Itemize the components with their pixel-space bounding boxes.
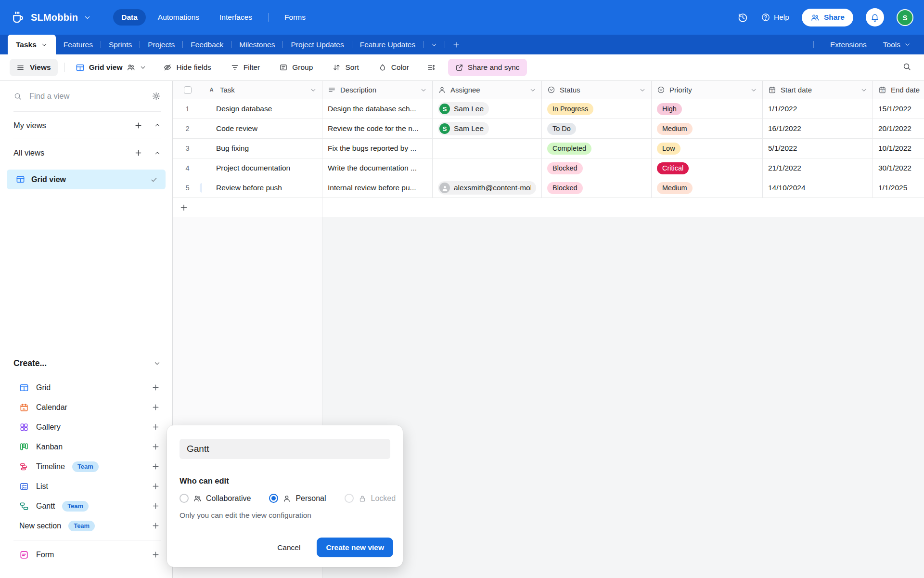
chevron-down-icon[interactable]	[860, 87, 867, 93]
tab-project-updates[interactable]: Project Updates	[283, 35, 351, 54]
column-header-priority[interactable]: Priority	[652, 81, 763, 99]
tab-milestones[interactable]: Milestones	[231, 35, 282, 54]
cell-task[interactable]: Project documentation	[202, 158, 322, 178]
chevron-down-icon[interactable]	[750, 87, 757, 93]
add-view-button[interactable]	[152, 403, 160, 411]
add-view-button[interactable]	[152, 423, 160, 431]
tools-button[interactable]: Tools	[883, 40, 911, 49]
top-nav-data[interactable]: Data	[113, 9, 146, 26]
column-header-start-date[interactable]: 31Start date	[763, 81, 873, 99]
add-view-button[interactable]	[152, 383, 160, 392]
add-view-button[interactable]	[152, 522, 160, 530]
column-header-task[interactable]: ATask	[202, 81, 322, 99]
cell-start-date[interactable]: 5/1/2022	[763, 139, 873, 158]
cell-end-date[interactable]: 30/1/2022	[873, 158, 924, 178]
column-header-description[interactable]: Description	[322, 81, 433, 99]
cell-start-date[interactable]: 1/1/2022	[763, 99, 873, 118]
group-button[interactable]: Group	[273, 59, 319, 76]
find-view-input[interactable]	[28, 91, 145, 101]
create-list[interactable]: List	[0, 476, 172, 496]
search-button[interactable]	[899, 59, 914, 76]
cell-end-date[interactable]: 20/1/2022	[873, 119, 924, 138]
cell-priority[interactable]: Low	[652, 139, 763, 158]
cell-assignee[interactable]: SSam Lee	[433, 119, 542, 138]
create-grid[interactable]: Grid	[0, 378, 172, 397]
create-timeline[interactable]: TimelineTeam	[0, 457, 172, 476]
cell-status[interactable]: Blocked	[542, 178, 652, 197]
hide-fields-button[interactable]: Hide fields	[157, 59, 217, 76]
row-number[interactable]: 3	[173, 139, 202, 158]
tab-sprints[interactable]: Sprints	[101, 35, 140, 54]
tab-features[interactable]: Features	[56, 35, 101, 54]
create-form[interactable]: Form	[0, 545, 172, 565]
cell-description[interactable]: Design the database sch...	[322, 99, 433, 118]
cell-priority[interactable]: Medium	[652, 119, 763, 138]
share-and-sync-button[interactable]: Share and sync	[448, 59, 527, 76]
row-number[interactable]: 52	[173, 178, 202, 197]
create-header[interactable]: Create...	[13, 354, 161, 373]
history-button[interactable]	[737, 12, 748, 23]
cell-description[interactable]: Review the code for the n...	[322, 119, 433, 138]
notifications-button[interactable]	[866, 8, 884, 26]
add-row[interactable]	[173, 198, 924, 217]
cell-assignee[interactable]: alexsmith@content-mob	[433, 178, 542, 197]
create-new-view-button[interactable]: Create new view	[317, 538, 393, 557]
help-button[interactable]: Help	[761, 13, 789, 22]
cell-assignee[interactable]	[433, 158, 542, 178]
row-number[interactable]: 2	[173, 119, 202, 138]
add-view-button[interactable]	[152, 551, 160, 559]
cell-task[interactable]: Bug fixing	[202, 139, 322, 158]
add-view-button[interactable]	[134, 121, 142, 130]
chevron-down-icon[interactable]	[639, 87, 646, 93]
add-view-button[interactable]	[152, 443, 160, 451]
select-all-checkbox[interactable]	[173, 81, 202, 99]
row-number[interactable]: 1	[173, 99, 202, 118]
add-view-button[interactable]	[134, 149, 142, 157]
filter-button[interactable]: Filter	[224, 59, 266, 76]
add-table-button[interactable]	[445, 35, 467, 54]
share-button[interactable]: Share	[802, 9, 853, 26]
column-header-assignee[interactable]: Assignee	[433, 81, 542, 99]
cell-description[interactable]: Fix the bugs reported by ...	[322, 139, 433, 158]
cell-task[interactable]: Design database	[202, 99, 322, 118]
cell-end-date[interactable]: 15/1/2022	[873, 99, 924, 118]
cell-priority[interactable]: Medium	[652, 178, 763, 197]
collapse-section-button[interactable]	[154, 122, 161, 129]
color-button[interactable]: Color	[372, 59, 415, 76]
create-gallery[interactable]: Gallery	[0, 417, 172, 437]
sidebar-item-grid-view[interactable]: Grid view	[7, 170, 166, 189]
permission-option-personal[interactable]: Personal	[269, 494, 326, 503]
permission-option-collaborative[interactable]: Collaborative	[180, 494, 251, 503]
row-height-button[interactable]	[422, 59, 440, 76]
tab-feature-updates[interactable]: Feature Updates	[352, 35, 423, 54]
cell-description[interactable]: Internal review before pu...	[322, 178, 433, 197]
add-view-button[interactable]	[152, 482, 160, 490]
create-calendar[interactable]: 31Calendar	[0, 397, 172, 417]
tab-projects[interactable]: Projects	[140, 35, 182, 54]
chevron-down-icon[interactable]	[420, 87, 427, 93]
cell-description[interactable]: Write the documentation ...	[322, 158, 433, 178]
column-header-end-date[interactable]: 31End date	[873, 81, 924, 99]
comment-count-badge[interactable]: 2	[200, 183, 202, 193]
create-gantt[interactable]: GanttTeam	[0, 496, 172, 516]
sort-button[interactable]: Sort	[326, 59, 365, 76]
add-view-button[interactable]	[152, 462, 160, 471]
top-nav-forms[interactable]: Forms	[276, 9, 314, 26]
user-avatar[interactable]: S	[897, 9, 913, 26]
cell-status[interactable]: To Do	[542, 119, 652, 138]
cell-priority[interactable]: Critical	[652, 158, 763, 178]
cell-status[interactable]: Completed	[542, 139, 652, 158]
views-button[interactable]: Views	[10, 59, 58, 76]
cell-assignee[interactable]	[433, 139, 542, 158]
collapse-section-button[interactable]	[154, 150, 161, 157]
tab-feedback[interactable]: Feedback	[183, 35, 231, 54]
chevron-down-icon[interactable]	[529, 87, 536, 93]
cell-status[interactable]: Blocked	[542, 158, 652, 178]
create-new-section[interactable]: New sectionTeam	[0, 516, 172, 536]
cell-start-date[interactable]: 21/1/2022	[763, 158, 873, 178]
gear-icon[interactable]	[152, 92, 161, 101]
cell-priority[interactable]: High	[652, 99, 763, 118]
cell-end-date[interactable]: 1/1/2025	[873, 178, 924, 197]
cell-start-date[interactable]: 14/10/2024	[763, 178, 873, 197]
view-name-input[interactable]	[180, 439, 390, 459]
